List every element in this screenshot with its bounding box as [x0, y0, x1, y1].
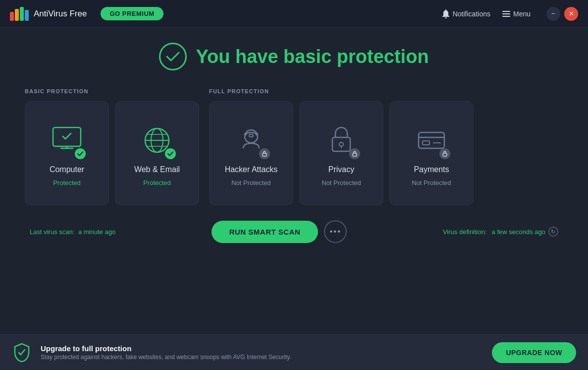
- svg-rect-18: [419, 132, 444, 148]
- run-smart-scan-button[interactable]: RUN SMART SCAN: [212, 221, 319, 243]
- svg-rect-17: [353, 153, 357, 156]
- svg-rect-14: [332, 137, 350, 151]
- upgrade-title: Upgrade to full protection: [41, 344, 483, 353]
- upgrade-description: Stay protected against hackers, fake web…: [41, 354, 483, 361]
- upgrade-shield-icon: [12, 343, 32, 363]
- web-email-badge: [165, 148, 176, 159]
- privacy-badge: [349, 148, 360, 159]
- notifications-label: Notifications: [453, 10, 490, 18]
- minimize-button[interactable]: −: [546, 7, 560, 21]
- header: AntiVirus Free GO PREMIUM Notifications …: [0, 0, 588, 28]
- payments-card-title: Payments: [414, 165, 449, 174]
- refresh-icon[interactable]: ↻: [548, 227, 558, 237]
- window-controls: − ✕: [546, 7, 578, 21]
- computer-card[interactable]: Computer Protected: [25, 101, 109, 205]
- payments-icon-wrap: [412, 121, 451, 160]
- full-section-label: FULL PROTECTION: [209, 88, 563, 94]
- full-cards: Hacker Attacks Not Protected: [209, 101, 563, 205]
- svg-point-15: [339, 142, 343, 146]
- scan-buttons: RUN SMART SCAN •••: [212, 220, 347, 243]
- hero-text: You have basic protection: [196, 46, 428, 67]
- menu-label: Menu: [513, 10, 531, 18]
- svg-rect-1: [502, 13, 510, 14]
- scan-row: Last virus scan: a minute ago RUN SMART …: [25, 220, 563, 243]
- privacy-card-status: Not Protected: [321, 179, 361, 186]
- svg-rect-2: [502, 16, 510, 17]
- payments-card-status: Not Protected: [412, 179, 451, 186]
- svg-rect-13: [263, 153, 267, 156]
- web-email-card[interactable]: Web & Email Protected: [115, 101, 199, 205]
- web-email-card-title: Web & Email: [134, 165, 180, 174]
- virus-def-value: a few seconds ago: [492, 228, 545, 236]
- notifications-button[interactable]: Notifications: [442, 9, 490, 18]
- svg-rect-0: [502, 11, 510, 12]
- upgrade-bar: Upgrade to full protection Stay protecte…: [0, 334, 588, 370]
- basic-protection-section: BASIC PROTECTION: [25, 88, 199, 205]
- bell-icon: [442, 9, 450, 18]
- payments-card[interactable]: Payments Not Protected: [389, 101, 474, 205]
- upgrade-now-button[interactable]: UPGRADE NOW: [492, 342, 576, 363]
- more-options-button[interactable]: •••: [324, 220, 347, 243]
- basic-section-label: BASIC PROTECTION: [25, 88, 199, 94]
- hacker-card-title: Hacker Attacks: [225, 165, 278, 174]
- more-dots: •••: [329, 227, 341, 237]
- hero-highlight: basic protection: [283, 46, 429, 67]
- last-scan-label: Last virus scan:: [30, 228, 74, 236]
- computer-icon-wrap: [47, 121, 87, 160]
- computer-badge: [75, 148, 86, 159]
- privacy-card[interactable]: Privacy Not Protected: [299, 101, 383, 205]
- main-content: You have basic protection BASIC PROTECTI…: [0, 28, 588, 243]
- protection-sections: BASIC PROTECTION: [25, 88, 563, 205]
- last-scan-value: a minute ago: [78, 228, 115, 236]
- hacker-attacks-card[interactable]: Hacker Attacks Not Protected: [209, 101, 293, 205]
- svg-rect-20: [423, 141, 429, 145]
- hacker-card-status: Not Protected: [231, 179, 271, 186]
- logo-area: AntiVirus Free GO PREMIUM: [10, 7, 163, 21]
- menu-button[interactable]: Menu: [502, 10, 531, 18]
- menu-icon: [502, 11, 510, 17]
- last-scan-info: Last virus scan: a minute ago: [30, 228, 115, 236]
- payments-badge: [439, 148, 450, 159]
- avg-logo-icon: [10, 7, 29, 21]
- upgrade-text: Upgrade to full protection Stay protecte…: [41, 344, 483, 361]
- svg-rect-10: [249, 134, 253, 137]
- virus-definition-info: Virus definition: a few seconds ago ↻: [443, 227, 558, 237]
- svg-rect-23: [443, 153, 447, 156]
- web-email-icon-wrap: [137, 121, 177, 160]
- hacker-badge: [259, 148, 270, 159]
- header-right: Notifications Menu − ✕: [442, 7, 578, 21]
- computer-card-status: Protected: [53, 179, 81, 186]
- go-premium-button[interactable]: GO PREMIUM: [101, 7, 163, 20]
- computer-card-title: Computer: [50, 165, 84, 174]
- close-button[interactable]: ✕: [564, 7, 578, 21]
- hero-prefix: You have: [196, 46, 283, 67]
- basic-cards: Computer Protected: [25, 101, 199, 205]
- privacy-card-title: Privacy: [328, 165, 354, 174]
- hero-section: You have basic protection: [25, 43, 563, 70]
- web-email-card-status: Protected: [143, 179, 171, 186]
- app-name: AntiVirus Free: [34, 9, 87, 19]
- hacker-icon-wrap: [231, 121, 271, 160]
- privacy-icon-wrap: [321, 121, 361, 160]
- full-protection-section: FULL PROTECTION: [209, 88, 563, 205]
- virus-def-label: Virus definition:: [443, 228, 487, 236]
- protection-check-icon: [159, 43, 187, 70]
